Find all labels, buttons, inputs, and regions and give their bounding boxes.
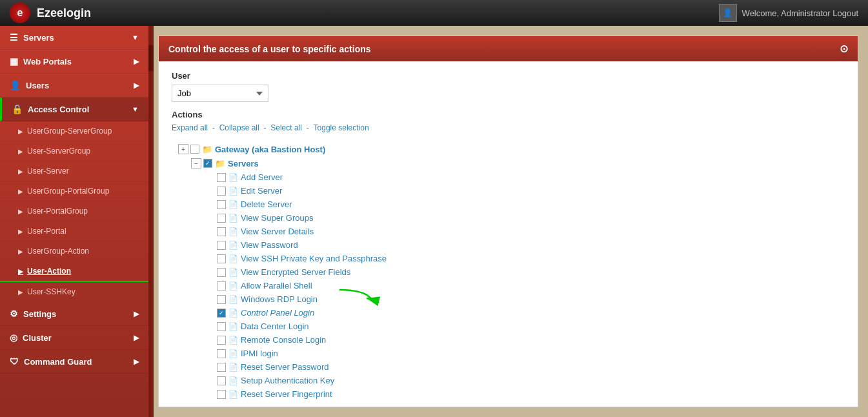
add-server-file-icon: 📄 — [228, 173, 238, 182]
servers-icon: ☰ — [10, 32, 18, 43]
web-portals-icon: ▦ — [10, 56, 18, 66]
servers-checkbox[interactable]: ✓ — [203, 159, 212, 168]
edit-server-checkbox[interactable] — [217, 187, 226, 196]
sidebar-item-users[interactable]: 👤 Users ▶ — [0, 74, 148, 97]
sidebar-item-settings[interactable]: ⚙ Settings ▶ — [0, 302, 148, 326]
action-banner: Control the access of a user to specific… — [159, 36, 858, 61]
sidebar-sub-user-server[interactable]: ▶ User-Server — [0, 161, 148, 181]
cluster-icon: ◎ — [10, 332, 17, 343]
servers-arrow: ▼ — [132, 34, 139, 41]
servers-folder-icon: 📁 — [215, 159, 225, 168]
users-arrow: ▶ — [134, 81, 139, 90]
sidebar-users-label: Users — [26, 81, 49, 90]
view-encrypted-server-link[interactable]: View Encrypted Server Fields — [241, 267, 350, 277]
sidebar-item-cluster[interactable]: ◎ Cluster ▶ — [0, 326, 148, 350]
setup-authentication-key-link[interactable]: Setup Authentication Key — [241, 376, 334, 385]
view-encrypted-server-checkbox[interactable] — [217, 268, 226, 277]
tree-item-edit-server: 📄Edit Server — [204, 184, 838, 198]
user-icon: 👤 — [719, 4, 737, 22]
view-super-groups-file-icon: 📄 — [228, 214, 238, 223]
sidebar-sub-user-portalgroup[interactable]: ▶ User-PortalGroup — [0, 201, 148, 221]
banner-text: Control the access of a user to specific… — [168, 44, 371, 54]
edit-server-link[interactable]: Edit Server — [241, 186, 282, 196]
reset-server-password-checkbox[interactable] — [217, 363, 226, 372]
collapse-all-link[interactable]: Collapse all — [219, 123, 259, 132]
view-password-checkbox[interactable] — [217, 241, 226, 250]
reset-server-fingerprint-link[interactable]: Reset Server Fingerprint — [241, 389, 332, 399]
sidebar-item-access-control[interactable]: 🔒 Access Control ▼ — [0, 97, 148, 121]
remote-console-login-link[interactable]: Remote Console Login — [241, 335, 326, 345]
data-center-login-checkbox[interactable] — [217, 322, 226, 331]
gateway-checkbox[interactable] — [190, 145, 199, 154]
gateway-expander[interactable]: + — [178, 144, 188, 154]
sidebar-item-servers[interactable]: ☰ Servers ▼ — [0, 26, 148, 50]
banner-close-button[interactable]: ⊙ — [840, 43, 848, 55]
sidebar-scrollbar-thumb[interactable] — [148, 45, 154, 71]
gateway-folder-icon: 📁 — [202, 145, 212, 154]
view-super-groups-checkbox[interactable] — [217, 214, 226, 223]
settings-icon: ⚙ — [10, 309, 18, 319]
control-panel-login-checkbox[interactable]: ✓ — [217, 309, 226, 318]
select-all-link[interactable]: Select all — [270, 123, 302, 132]
control-panel-login-link[interactable]: Control Panel Login — [241, 308, 314, 318]
sidebar-sub-user-action[interactable]: ▶ User-Action — [0, 261, 148, 282]
access-control-icon: 🔒 — [12, 104, 23, 114]
action-tree: + 📁 Gateway (aka Bastion Host) − ✓ 📁 Ser… — [172, 139, 845, 407]
servers-tree-label[interactable]: Servers — [228, 159, 259, 168]
view-password-link[interactable]: View Password — [241, 240, 298, 250]
windows-rdp-login-link[interactable]: Windows RDP Login — [241, 294, 318, 304]
allow-parallel-shell-checkbox[interactable] — [217, 281, 226, 290]
remote-console-login-checkbox[interactable] — [217, 336, 226, 345]
remote-console-login-file-icon: 📄 — [228, 336, 238, 345]
ipmi-login-link[interactable]: IPMI login — [241, 349, 278, 358]
view-server-details-checkbox[interactable] — [217, 227, 226, 236]
sidebar-sub-usergroup-servergroup[interactable]: ▶ UserGroup-ServerGroup — [0, 121, 148, 141]
user-select[interactable]: Job — [172, 85, 268, 102]
tree-item-allow-parallel-shell: 📄Allow Parallel Shell — [204, 279, 838, 292]
sidebar-web-portals-label: Web Portals — [23, 57, 72, 66]
tree-item-ipmi-login: 📄IPMI login — [204, 347, 838, 360]
delete-server-checkbox[interactable] — [217, 200, 226, 209]
setup-authentication-key-checkbox[interactable] — [217, 376, 226, 385]
add-server-link[interactable]: Add Server — [241, 172, 283, 182]
windows-rdp-login-checkbox[interactable] — [217, 295, 226, 304]
allow-parallel-shell-link[interactable]: Allow Parallel Shell — [241, 281, 312, 290]
tree-item-view-password: 📄View Password — [204, 238, 838, 252]
servers-expander[interactable]: − — [191, 158, 201, 168]
add-server-checkbox[interactable] — [217, 173, 226, 182]
ipmi-login-checkbox[interactable] — [217, 349, 226, 358]
data-center-login-file-icon: 📄 — [228, 322, 238, 331]
tree-item-delete-server: 📄Delete Server — [204, 198, 838, 211]
reset-server-password-link[interactable]: Reset Server Password — [241, 362, 329, 372]
view-server-details-link[interactable]: View Server Details — [241, 227, 314, 236]
tree-item-remote-console-login: 📄Remote Console Login — [204, 333, 838, 347]
actions-links: Expand all - Collapse all - Select all -… — [172, 123, 845, 132]
sidebar-settings-label: Settings — [23, 309, 56, 319]
sidebar-sub-user-portal[interactable]: ▶ User-Portal — [0, 221, 148, 241]
expand-all-link[interactable]: Expand all — [172, 123, 208, 132]
app-title: Ezeelogin — [37, 6, 719, 20]
view-super-groups-link[interactable]: View Super Groups — [241, 213, 314, 223]
topbar: e Ezeelogin 👤 Welcome, Administrator Log… — [0, 0, 868, 26]
view-ssh-private-key-checkbox[interactable] — [217, 254, 226, 263]
delete-server-link[interactable]: Delete Server — [241, 199, 292, 209]
sidebar-sub-user-servergroup[interactable]: ▶ User-ServerGroup — [0, 141, 148, 161]
user-label: Welcome, Administrator Logout — [742, 8, 858, 18]
control-panel-login-file-icon: 📄 — [228, 309, 238, 318]
view-ssh-private-key-link[interactable]: View SSH Private Key and Passphrase — [241, 254, 387, 263]
sidebar-sub-usergroup-portalgroup[interactable]: ▶ UserGroup-PortalGroup — [0, 181, 148, 201]
content-panel: Control the access of a user to specific… — [158, 36, 858, 407]
reset-server-fingerprint-checkbox[interactable] — [217, 390, 226, 399]
setup-authentication-key-file-icon: 📄 — [228, 376, 238, 385]
sidebar-item-command-guard[interactable]: 🛡 Command Guard ▶ — [0, 350, 148, 374]
command-guard-icon: 🛡 — [10, 356, 19, 367]
sidebar-item-web-portals[interactable]: ▦ Web Portals ▶ — [0, 50, 148, 74]
toggle-selection-link[interactable]: Toggle selection — [314, 123, 369, 132]
sidebar-scrollbar[interactable] — [148, 26, 154, 417]
sidebar-sub-user-sshkey[interactable]: ▶ User-SSHKey — [0, 282, 148, 302]
reset-server-password-file-icon: 📄 — [228, 363, 238, 372]
gateway-label[interactable]: Gateway (aka Bastion Host) — [215, 145, 325, 154]
data-center-login-link[interactable]: Data Center Login — [241, 321, 309, 331]
sidebar-sub-usergroup-action[interactable]: ▶ UserGroup-Action — [0, 241, 148, 261]
app-logo: e — [10, 3, 30, 23]
